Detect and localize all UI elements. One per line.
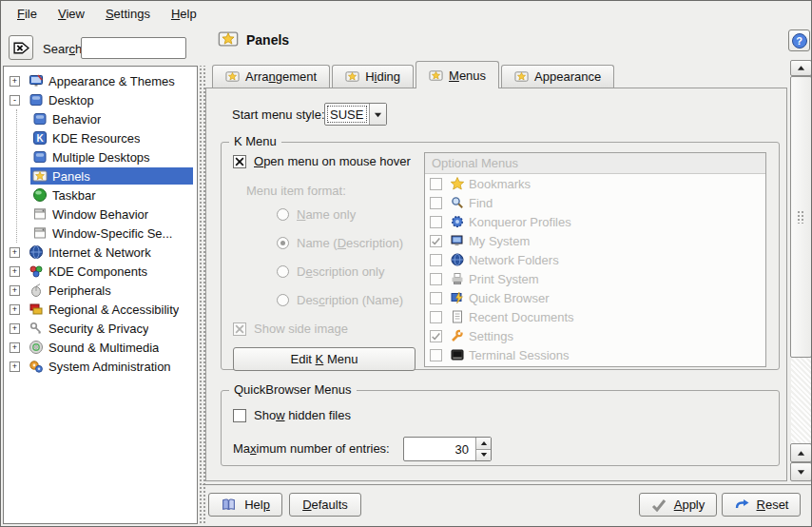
- list-item-find[interactable]: Find: [425, 193, 765, 212]
- panel-tab-icon: [225, 69, 240, 84]
- defaults-button[interactable]: Defaults: [289, 493, 361, 517]
- list-item-settings[interactable]: Settings: [425, 326, 765, 345]
- max-entries-spinbox[interactable]: 30: [403, 437, 492, 461]
- sidebar-item-appearance-themes[interactable]: + Appearance & Themes: [4, 71, 197, 90]
- list-item-print-system[interactable]: Print System: [425, 269, 765, 288]
- open-menu-on-hover-checkbox[interactable]: Open menu on mouse hover: [233, 154, 411, 168]
- system-admin-icon: [29, 359, 44, 374]
- kde-resources-icon: K: [32, 130, 48, 146]
- expand-icon[interactable]: +: [10, 247, 20, 258]
- list-item-quick-browser[interactable]: Quick Browser: [425, 288, 765, 307]
- sidebar-item-label: Multiple Desktops: [52, 150, 150, 165]
- scrollbar-track[interactable]: [791, 358, 811, 443]
- scroll-down-button[interactable]: [790, 462, 812, 481]
- tab-label: Appearance: [534, 69, 601, 84]
- expand-icon[interactable]: +: [10, 304, 20, 315]
- checkbox-checked-icon: [233, 155, 246, 168]
- tab-appearance[interactable]: Appearance: [501, 65, 614, 88]
- scroll-up-button-bottom[interactable]: [790, 443, 812, 462]
- sidebar-item-label: Panels: [52, 169, 90, 184]
- sidebar-item-window-specific[interactable]: Window-Specific Se...: [17, 224, 197, 243]
- apply-button[interactable]: Apply: [639, 493, 717, 517]
- expand-icon[interactable]: +: [10, 266, 20, 277]
- edit-kmenu-button[interactable]: Edit K Menu: [233, 347, 416, 371]
- menu-view[interactable]: View: [49, 4, 93, 24]
- sidebar-item-kde-components[interactable]: + KDE Components: [4, 262, 197, 281]
- menu-file[interactable]: File: [9, 4, 46, 24]
- tab-menus[interactable]: Menus: [416, 61, 499, 88]
- expand-icon[interactable]: +: [10, 285, 20, 296]
- sidebar-item-taskbar[interactable]: Taskbar: [17, 185, 197, 205]
- sidebar-item-label: KDE Resources: [52, 131, 140, 146]
- expand-icon[interactable]: +: [10, 342, 20, 353]
- window-behavior-icon: [32, 206, 48, 222]
- sidebar-item-internet-network[interactable]: + Internet & Network: [4, 243, 197, 262]
- radio-label: Description only: [297, 264, 385, 279]
- help-button[interactable]: Help: [208, 493, 282, 517]
- show-hidden-files-checkbox[interactable]: Show hidden files: [233, 408, 351, 422]
- sidebar-item-label: Window Behavior: [52, 207, 148, 222]
- start-menu-style-combobox[interactable]: SUSE: [324, 103, 387, 126]
- list-item-label: Terminal Sessions: [469, 348, 570, 362]
- sidebar-item-label: KDE Components: [48, 264, 147, 279]
- sidebar-item-sound-multimedia[interactable]: + Sound & Multimedia: [4, 338, 197, 357]
- sidebar-item-label: Appearance & Themes: [48, 74, 175, 88]
- spin-up-button[interactable]: [476, 438, 491, 449]
- sidebar-item-desktop[interactable]: - Desktop: [4, 90, 197, 109]
- combobox-value: SUSE: [325, 104, 369, 125]
- sidebar-item-label: System Administration: [48, 360, 171, 374]
- expand-icon[interactable]: +: [10, 76, 20, 87]
- list-item-recent-documents[interactable]: Recent Documents: [425, 307, 765, 326]
- list-item-my-system[interactable]: My System: [425, 231, 765, 250]
- sidebar-item-peripherals[interactable]: + Peripherals: [4, 281, 197, 300]
- sidebar-item-multiple-desktops[interactable]: Multiple Desktops: [17, 147, 197, 166]
- internet-icon: [29, 244, 44, 260]
- radio-name-description[interactable]: Name (Description): [277, 236, 403, 250]
- tab-arrangement[interactable]: Arrangement: [212, 65, 330, 88]
- sidebar-item-label: Regional & Accessibility: [48, 303, 179, 317]
- sidebar-item-kde-resources[interactable]: K KDE Resources: [17, 128, 197, 147]
- tab-hiding[interactable]: Hiding: [332, 65, 414, 88]
- radio-label: Name (Description): [297, 236, 403, 250]
- spin-down-button[interactable]: [476, 449, 491, 461]
- menu-settings[interactable]: Settings: [97, 4, 159, 24]
- button-label: Edit K Menu: [291, 352, 358, 366]
- sidebar-item-window-behavior[interactable]: Window Behavior: [17, 205, 197, 224]
- checkbox-icon: [233, 409, 246, 422]
- scroll-up-button[interactable]: [790, 60, 812, 76]
- quickbrowser-group-title: QuickBrowser Menus: [229, 382, 357, 397]
- radio-name-only[interactable]: Name only: [277, 207, 356, 222]
- menu-help[interactable]: Help: [163, 4, 205, 24]
- sidebar-splitter-handle[interactable]: [198, 66, 205, 524]
- list-item-konqueror-profiles[interactable]: Konqueror Profiles: [425, 212, 765, 231]
- kmenu-group-title: K Menu: [229, 134, 281, 148]
- sidebar-item-label: Taskbar: [52, 188, 96, 203]
- list-item-label: Network Folders: [469, 253, 559, 267]
- whats-this-help-button[interactable]: ?: [788, 29, 810, 51]
- sidebar-item-panels[interactable]: Panels: [17, 166, 197, 185]
- combobox-dropdown-button[interactable]: [369, 104, 386, 125]
- reset-button[interactable]: Reset: [722, 493, 801, 517]
- expand-icon[interactable]: +: [10, 361, 20, 372]
- list-item-bookmarks[interactable]: Bookmarks: [425, 174, 765, 193]
- list-item-network-folders[interactable]: Network Folders: [425, 250, 765, 269]
- page-title: Panels: [246, 32, 289, 48]
- sound-icon: [29, 340, 44, 355]
- scrollbar-thumb[interactable]: [790, 76, 812, 358]
- show-side-image-checkbox[interactable]: Show side image: [233, 322, 348, 336]
- sidebar-item-security-privacy[interactable]: + Security & Privacy: [4, 319, 197, 338]
- radio-description-name[interactable]: Description (Name): [277, 293, 403, 307]
- grip-dots-icon: [797, 210, 805, 224]
- optional-menus-listview[interactable]: Optional Menus Bookmarks Find: [424, 152, 766, 367]
- search-input[interactable]: [81, 37, 186, 59]
- expand-icon[interactable]: +: [10, 323, 20, 334]
- clear-search-button[interactable]: [9, 35, 33, 60]
- vertical-scrollbar[interactable]: [790, 60, 812, 481]
- radio-description-only[interactable]: Description only: [277, 264, 385, 279]
- sidebar-item-behavior[interactable]: Behavior: [17, 109, 197, 128]
- sidebar-item-regional-accessibility[interactable]: + Regional & Accessibility: [4, 300, 197, 319]
- sidebar-item-system-administration[interactable]: + System Administration: [4, 357, 197, 376]
- list-item-terminal-sessions[interactable]: Terminal Sessions: [425, 345, 765, 364]
- collapse-icon[interactable]: -: [10, 95, 20, 106]
- sidebar-item-label: Behavior: [52, 112, 101, 127]
